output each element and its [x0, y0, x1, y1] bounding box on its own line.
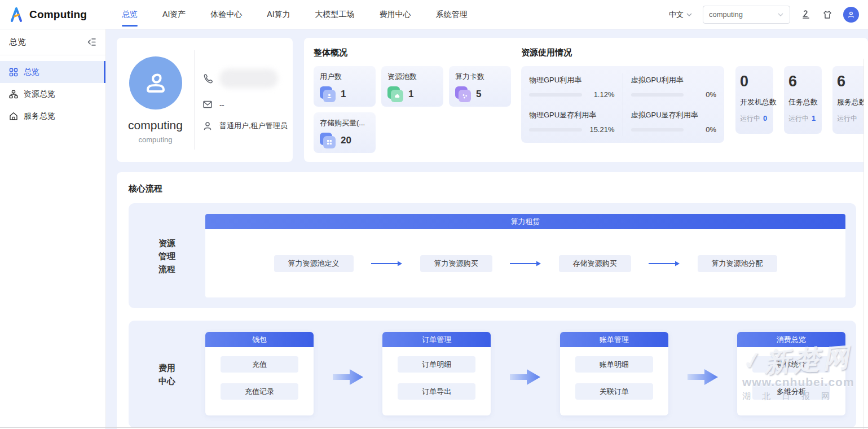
user-role: 普通用户,租户管理员	[219, 121, 288, 131]
step-pool-allocate[interactable]: 算力资源池分配	[698, 255, 777, 272]
order-column-title: 订单管理	[382, 332, 491, 347]
counter-dev-machines[interactable]: 0 开发机总数 运行中0	[735, 66, 773, 134]
arrow-right-icon	[371, 260, 403, 267]
sidebar-menu: 总览 资源总览 服务总览	[0, 55, 105, 127]
main-content: computing computing -- 普通用户,租户管理员	[106, 29, 868, 429]
scrollbar[interactable]	[863, 59, 868, 429]
tenant-select-value: computing	[709, 10, 743, 19]
collapse-sidebar-icon[interactable]	[87, 37, 96, 47]
step-resource-purchase[interactable]: 算力资源购买	[420, 255, 492, 272]
nav-tab-experience-center[interactable]: 体验中心	[210, 0, 242, 29]
user-count-icon	[320, 86, 336, 102]
nav-tab-ai-assets[interactable]: AI资产	[162, 0, 186, 29]
user-card: computing computing -- 普通用户,租户管理员	[117, 38, 293, 162]
gpu-usage-panel: 物理GPU利用率 1.12% 物理GPU显存利用率 15.21%	[521, 66, 724, 143]
grid-icon	[9, 68, 18, 77]
nav-tab-system-admin[interactable]: 系统管理	[436, 0, 468, 29]
user-avatar[interactable]	[843, 7, 859, 23]
running-count: 1	[812, 114, 816, 122]
profile-avatar	[129, 56, 182, 110]
phone-value-redacted	[219, 69, 278, 88]
storage-grid-icon	[320, 133, 336, 148]
bill-column-title: 账单管理	[560, 332, 668, 347]
top-navbar: Computing 总览 AI资产 体验中心 AI算力 大模型工场 费用中心 系…	[0, 0, 868, 29]
arrow-right-icon	[648, 260, 681, 267]
guide-pen-icon[interactable]	[800, 9, 812, 20]
billing-flow-columns: 钱包 充值 充值记录 订单管理 订单明细 订单导出 账单管理 账单明细 关联	[205, 321, 856, 428]
billing-flow-panel: 费用 中心 钱包 充值 充值记录 订单管理 订单明细 订单导出	[129, 321, 856, 428]
order-detail-button[interactable]: 订单明细	[398, 356, 475, 373]
person-icon	[847, 10, 856, 19]
order-export-button[interactable]: 订单导出	[398, 383, 475, 400]
nav-tab-model-factory[interactable]: 大模型工场	[315, 0, 355, 29]
mail-icon	[202, 99, 213, 110]
phone-icon	[202, 73, 213, 84]
bill-management-column: 账单管理 账单明细 关联订单	[560, 332, 668, 415]
usage-title: 资源使用情况	[521, 47, 868, 58]
consumption-column-title: 消费总览	[737, 332, 845, 347]
overall-statistics-button[interactable]: 整体统计	[752, 356, 830, 373]
window-bottom-edge	[0, 427, 868, 428]
chevron-down-icon	[777, 11, 784, 18]
user-phone-row	[202, 69, 293, 88]
stat-tile-resource-pools[interactable]: 资源池数 1	[381, 66, 443, 107]
user-name: computing	[128, 119, 183, 132]
meter-virtual-gpu-mem: 虚拟GPU显存利用率 0%	[631, 110, 717, 134]
brand-name: Computing	[29, 8, 87, 21]
recharge-history-button[interactable]: 充值记录	[221, 383, 298, 400]
stat-tile-users[interactable]: 用户数 1	[314, 66, 376, 107]
sidebar-item-label: 总览	[24, 67, 39, 77]
chevron-down-icon	[686, 11, 693, 18]
arrow-right-icon	[509, 260, 542, 267]
person-icon	[202, 121, 213, 131]
brand[interactable]: Computing	[8, 6, 87, 23]
multidim-analysis-button[interactable]: 多维分析	[752, 383, 830, 400]
user-email-row: --	[202, 99, 293, 110]
step-pool-define[interactable]: 算力资源池定义	[274, 255, 354, 272]
chip-icon	[455, 86, 471, 102]
stat-tile-compute-cards[interactable]: 算力卡数 5	[449, 66, 511, 107]
sidebar-item-service-overview[interactable]: 服务总览	[0, 105, 105, 127]
sidebar-item-label: 资源总览	[24, 89, 55, 99]
meter-physical-gpu-mem: 物理GPU显存利用率 15.21%	[529, 110, 615, 134]
overview-tiles: 用户数 1 资源池数 1	[314, 66, 512, 153]
language-switcher[interactable]: 中文	[669, 10, 693, 20]
consumption-overview-column: 消费总览 整体统计 多维分析	[737, 332, 845, 415]
wallet-column-title: 钱包	[205, 332, 314, 347]
nav-tab-billing-center[interactable]: 费用中心	[380, 0, 411, 29]
overview-card: 整体概况 用户数 1 资源池数	[304, 38, 868, 162]
nav-tab-overview[interactable]: 总览	[122, 0, 138, 29]
logo-icon	[8, 6, 25, 23]
sidebar-item-resource-overview[interactable]: 资源总览	[0, 83, 105, 105]
tenant-select[interactable]: computing	[703, 6, 790, 24]
counter-tasks[interactable]: 6 任务总数 运行中1	[784, 66, 822, 134]
user-subname: computing	[139, 135, 173, 144]
cloud-icon	[387, 86, 403, 102]
sidebar: 总览 总览 资源总览 服务总览	[0, 29, 106, 429]
overview-title: 整体概况	[314, 47, 521, 58]
main-nav: 总览 AI资产 体验中心 AI算力 大模型工场 费用中心 系统管理	[122, 0, 467, 29]
resource-flow-steps: 算力资源池定义 算力资源购买 存储资源购买 算力资源池分配	[205, 229, 845, 297]
core-flow-title: 核心流程	[129, 183, 856, 194]
theme-shirt-icon[interactable]	[822, 9, 833, 20]
billing-flow-label: 费用 中心	[129, 321, 205, 428]
sidebar-item-overview[interactable]: 总览	[0, 61, 105, 83]
recharge-button[interactable]: 充值	[221, 356, 298, 373]
resource-flow-panel: 资源 管理 流程 算力租赁 算力资源池定义 算力资源购买 存储资源购买 算力资	[129, 203, 856, 308]
stat-tile-storage[interactable]: 存储购买量(... 20	[314, 112, 376, 153]
linked-orders-button[interactable]: 关联订单	[575, 383, 653, 400]
nav-tab-ai-compute[interactable]: AI算力	[267, 0, 290, 29]
meter-virtual-gpu: 虚拟GPU利用率 0%	[631, 75, 717, 99]
core-flow-card: 核心流程 资源 管理 流程 算力租赁 算力资源池定义 算力资源购买	[117, 172, 868, 429]
counter-services[interactable]: 6 服务总数 运行中	[832, 66, 868, 134]
user-role-row: 普通用户,租户管理员	[202, 121, 293, 131]
arrow-right-icon	[491, 332, 559, 387]
step-storage-purchase[interactable]: 存储资源购买	[559, 255, 631, 272]
sitemap-icon	[9, 90, 18, 99]
person-icon	[140, 67, 171, 99]
compute-rental-banner: 算力租赁	[205, 214, 845, 229]
bill-detail-button[interactable]: 账单明细	[575, 356, 653, 373]
user-email: --	[219, 100, 224, 109]
sidebar-item-label: 服务总览	[24, 111, 55, 121]
language-label: 中文	[669, 10, 684, 20]
